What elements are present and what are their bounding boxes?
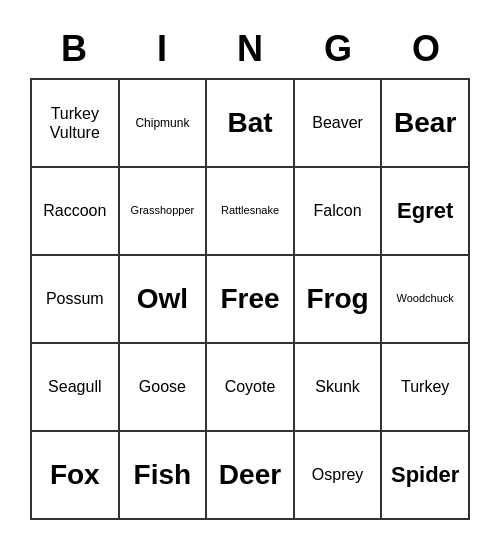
cell-label: Goose bbox=[139, 377, 186, 396]
cell-label: Rattlesnake bbox=[221, 204, 279, 217]
bingo-cell: Spider bbox=[382, 432, 470, 520]
bingo-cell: Turkey Vulture bbox=[32, 80, 120, 168]
cell-label: Frog bbox=[306, 282, 368, 316]
bingo-cell: Woodchuck bbox=[382, 256, 470, 344]
cell-label: Chipmunk bbox=[135, 116, 189, 130]
cell-label: Coyote bbox=[225, 377, 276, 396]
bingo-cell: Raccoon bbox=[32, 168, 120, 256]
bingo-cell: Grasshopper bbox=[120, 168, 208, 256]
bingo-cell: Egret bbox=[382, 168, 470, 256]
cell-label: Turkey Vulture bbox=[36, 104, 114, 142]
bingo-card: BINGO Turkey VultureChipmunkBatBeaverBea… bbox=[20, 14, 480, 530]
cell-label: Beaver bbox=[312, 113, 363, 132]
header-letter: G bbox=[294, 24, 382, 74]
cell-label: Bear bbox=[394, 106, 456, 140]
cell-label: Owl bbox=[137, 282, 188, 316]
bingo-cell: Fox bbox=[32, 432, 120, 520]
bingo-cell: Beaver bbox=[295, 80, 383, 168]
cell-label: Bat bbox=[227, 106, 272, 140]
bingo-cell: Bat bbox=[207, 80, 295, 168]
bingo-cell: Possum bbox=[32, 256, 120, 344]
cell-label: Skunk bbox=[315, 377, 359, 396]
cell-label: Spider bbox=[391, 462, 459, 488]
bingo-cell: Seagull bbox=[32, 344, 120, 432]
cell-label: Grasshopper bbox=[131, 204, 195, 217]
cell-label: Osprey bbox=[312, 465, 364, 484]
bingo-cell: Chipmunk bbox=[120, 80, 208, 168]
bingo-cell: Goose bbox=[120, 344, 208, 432]
header-letter: B bbox=[30, 24, 118, 74]
header-letter: I bbox=[118, 24, 206, 74]
bingo-cell: Skunk bbox=[295, 344, 383, 432]
cell-label: Woodchuck bbox=[397, 292, 454, 305]
bingo-cell: Osprey bbox=[295, 432, 383, 520]
cell-label: Egret bbox=[397, 198, 453, 224]
cell-label: Deer bbox=[219, 458, 281, 492]
bingo-cell: Frog bbox=[295, 256, 383, 344]
bingo-cell: Free bbox=[207, 256, 295, 344]
cell-label: Raccoon bbox=[43, 201, 106, 220]
bingo-cell: Owl bbox=[120, 256, 208, 344]
header-letter: O bbox=[382, 24, 470, 74]
cell-label: Turkey bbox=[401, 377, 449, 396]
bingo-cell: Rattlesnake bbox=[207, 168, 295, 256]
cell-label: Fish bbox=[134, 458, 192, 492]
bingo-grid: Turkey VultureChipmunkBatBeaverBearRacco… bbox=[30, 78, 470, 520]
bingo-cell: Bear bbox=[382, 80, 470, 168]
bingo-cell: Turkey bbox=[382, 344, 470, 432]
bingo-header: BINGO bbox=[30, 24, 470, 74]
cell-label: Seagull bbox=[48, 377, 101, 396]
header-letter: N bbox=[206, 24, 294, 74]
cell-label: Free bbox=[220, 282, 279, 316]
cell-label: Possum bbox=[46, 289, 104, 308]
cell-label: Fox bbox=[50, 458, 100, 492]
bingo-cell: Falcon bbox=[295, 168, 383, 256]
bingo-cell: Deer bbox=[207, 432, 295, 520]
bingo-cell: Fish bbox=[120, 432, 208, 520]
bingo-cell: Coyote bbox=[207, 344, 295, 432]
cell-label: Falcon bbox=[314, 201, 362, 220]
